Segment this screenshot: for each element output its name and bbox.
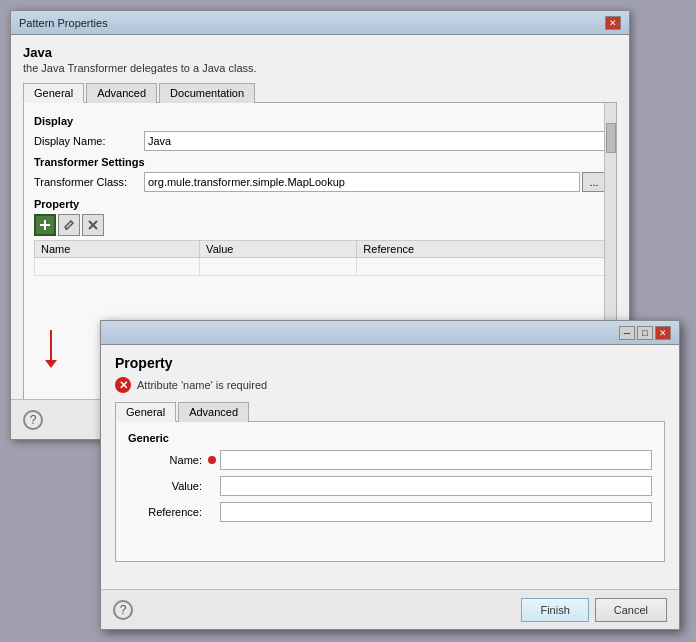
scrollbar-thumb[interactable] [606,123,616,153]
tab-general[interactable]: General [23,83,84,103]
name-row: Name: [128,450,652,470]
arrow-connector [44,330,57,368]
table-row [35,258,606,276]
name-input[interactable] [220,450,652,470]
display-section-label: Display [34,115,606,127]
error-text: Attribute 'name' is required [137,379,267,391]
table-cell-name [35,258,200,276]
main-help-icon[interactable]: ? [23,410,43,430]
dialog-maximize-button[interactable]: □ [637,326,653,340]
transformer-section-label: Transformer Settings [34,156,606,168]
reference-label: Reference: [128,506,208,518]
window-titlebar: Pattern Properties ✕ [11,11,629,35]
window-close-button[interactable]: ✕ [605,16,621,30]
browse-button[interactable]: ... [582,172,606,192]
edit-icon [63,219,75,231]
cancel-button[interactable]: Cancel [595,598,667,622]
value-input[interactable] [220,476,652,496]
transformer-class-input[interactable] [144,172,580,192]
tab-documentation[interactable]: Documentation [159,83,255,103]
dialog-controls: ─ □ ✕ [619,326,671,340]
dialog-tab-content: Generic Name: Value: Reference: [115,422,665,562]
delete-property-button[interactable] [82,214,104,236]
dialog-tab-general[interactable]: General [115,402,176,422]
tab-advanced[interactable]: Advanced [86,83,157,103]
error-icon: ✕ [115,377,131,393]
edit-property-button[interactable] [58,214,80,236]
arrow-head [45,360,57,368]
footer-buttons: Finish Cancel [521,598,667,622]
finish-button[interactable]: Finish [521,598,588,622]
dialog-minimize-button[interactable]: ─ [619,326,635,340]
titlebar-controls: ✕ [605,16,621,30]
dialog-footer: ? Finish Cancel [101,589,679,629]
property-section: Property [34,198,606,276]
name-label: Name: [128,454,208,466]
reference-input[interactable] [220,502,652,522]
value-label: Value: [128,480,208,492]
col-value: Value [200,241,357,258]
arrow-line [50,330,52,360]
display-name-label: Display Name: [34,135,144,147]
transformer-class-label: Transformer Class: [34,176,144,188]
property-section-label: Property [34,198,606,210]
property-toolbar [34,214,606,236]
reference-row: Reference: [128,502,652,522]
property-table: Name Value Reference [34,240,606,276]
window-title: Pattern Properties [19,17,108,29]
dialog-tab-advanced[interactable]: Advanced [178,402,249,422]
main-tabs-row: General Advanced Documentation [23,82,617,103]
add-icon [39,219,51,231]
transformer-class-row: Transformer Class: ... [34,172,606,192]
table-cell-value [200,258,357,276]
window-subtitle: the Java Transformer delegates to a Java… [23,62,617,74]
dialog-close-button[interactable]: ✕ [655,326,671,340]
display-name-row: Display Name: [34,131,606,151]
dialog-titlebar: ─ □ ✕ [101,321,679,345]
required-dot [208,456,216,464]
delete-icon [87,219,99,231]
property-dialog: ─ □ ✕ Property ✕ Attribute 'name' is req… [100,320,680,630]
generic-section-label: Generic [128,432,652,444]
error-row: ✕ Attribute 'name' is required [115,377,665,393]
window-main-title: Java [23,45,617,60]
svg-rect-1 [40,224,50,226]
dialog-body: Property ✕ Attribute 'name' is required … [101,345,679,572]
value-row: Value: [128,476,652,496]
dialog-help-icon[interactable]: ? [113,600,133,620]
col-reference: Reference [357,241,606,258]
table-cell-reference [357,258,606,276]
display-name-input[interactable] [144,131,606,151]
dialog-tabs-row: General Advanced [115,401,665,422]
col-name: Name [35,241,200,258]
add-property-button[interactable] [34,214,56,236]
dialog-main-title: Property [115,355,665,371]
